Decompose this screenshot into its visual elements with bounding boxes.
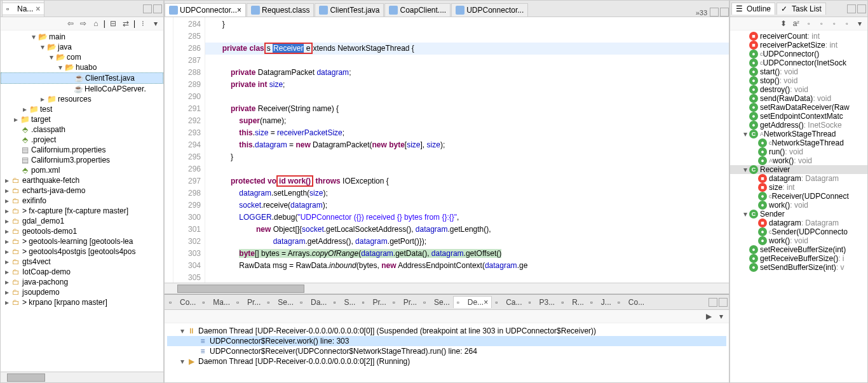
bottom-tab-10[interactable]: ▫Ca... (492, 297, 525, 308)
hide-local-icon[interactable]: ◦ (842, 18, 852, 29)
editor-tab[interactable]: CoapClient.... (384, 3, 451, 17)
outline-item[interactable]: ●setSendBufferSize(int) : v (730, 263, 867, 272)
tree-item[interactable]: ☕HelloCoAPServer. (1, 84, 163, 94)
outline-item[interactable]: ■receiverCount : int (730, 32, 867, 41)
bottom-tab-11[interactable]: ▫P3... (525, 297, 558, 308)
tree-item[interactable]: ▸🗀> geotools-learning [geotools-lea (1, 236, 163, 246)
outline-item[interactable]: ●run() : void (730, 147, 867, 156)
outline-menu-icon[interactable]: ▾ (855, 18, 865, 29)
tree-item[interactable]: ☕ClientTest.java (1, 72, 163, 84)
bottom-tab-8[interactable]: ▫Se... (420, 297, 453, 308)
tree-item[interactable]: ▸🗀echarts-java-demo (1, 185, 163, 196)
tab-overflow[interactable]: »33 (693, 9, 710, 17)
bottom-tab-4[interactable]: ▫Da... (297, 297, 330, 308)
outline-item[interactable]: ●work() : void (730, 236, 867, 245)
outline-item[interactable]: ●cUDPConnector() (730, 50, 867, 58)
outline-item[interactable]: ▾CReceiver (730, 165, 867, 174)
tree-item[interactable]: ▸🗀exifinfo (1, 196, 163, 206)
outline-item[interactable]: ●stop() : void (730, 76, 867, 85)
outline-item[interactable]: ▾CANetworkStageThread (730, 130, 867, 138)
bottom-minmax[interactable] (709, 298, 728, 307)
bottom-tab-6[interactable]: ▫Pr... (358, 297, 389, 308)
az-icon[interactable]: aᶻ (791, 18, 801, 29)
tree-item[interactable]: ▾📂com (1, 52, 163, 62)
editor-tab[interactable]: ClientTest.java (315, 3, 384, 17)
tree-item[interactable]: ▸📁resources (1, 94, 163, 104)
back-icon[interactable]: ⇦ (65, 18, 76, 29)
bottom-tab-5[interactable]: ▫S... (330, 297, 358, 308)
outline-item[interactable]: ■size : int (730, 183, 867, 192)
outline-item[interactable]: ●send(RawData) : void (730, 94, 867, 103)
link-icon[interactable]: ⇄ (121, 18, 131, 29)
bottom-tab-1[interactable]: ▫Ma... (199, 297, 233, 308)
tree-item[interactable]: ▸🗀> geotools4postgis [geotools4pos (1, 246, 163, 257)
debug-row[interactable]: ▾⏸Daemon Thread [UDP-Receiver-0.0.0.0/0.… (167, 326, 726, 336)
outline-item[interactable]: ■datagram : Datagram (730, 218, 867, 227)
debug-menu-icon[interactable]: ▾ (716, 311, 726, 321)
outline-item[interactable]: ●cUDPConnector(InetSock (730, 58, 867, 67)
left-hscroll[interactable] (1, 372, 163, 382)
outline-item[interactable]: ●setReceiveBufferSize(int) (730, 245, 867, 254)
editor-tab[interactable]: Request.class (247, 3, 314, 17)
hide-nonpub-icon[interactable]: ◦ (829, 18, 839, 29)
tree-item[interactable]: ▸🗀jsoupdemo (1, 287, 163, 297)
line-gutter[interactable]: 2842852862872882892902912922932942952962… (173, 17, 205, 283)
menu-icon[interactable]: ▾ (151, 18, 161, 29)
tree-item[interactable]: ▸🗀gdal_demo1 (1, 216, 163, 226)
tree-item[interactable]: ▸📁test (1, 104, 163, 114)
tree-item[interactable]: ▸🗀IotCoap-demo (1, 267, 163, 277)
tree-item[interactable]: ▸🗀> fx-capture [fx-capture master] (1, 206, 163, 216)
tree-item[interactable]: ▸🗀> krpano [krpano master] (1, 297, 163, 307)
bottom-tab-2[interactable]: ▫Pr... (233, 297, 264, 308)
bottom-tab-3[interactable]: ▫Se... (264, 297, 297, 308)
project-explorer-tree[interactable]: ▾📂main▾📂java▾📂com▾📂huabo ☕ClientTest.jav… (1, 30, 163, 372)
debug-resume-icon[interactable]: ▶ (703, 311, 714, 321)
bottom-tab-12[interactable]: ▫R... (558, 297, 587, 308)
right-minmax[interactable] (847, 4, 866, 13)
tree-item[interactable]: ▾📂java (1, 42, 163, 52)
tree-item[interactable]: ▸🗀gts4vect (1, 257, 163, 267)
outline-item[interactable]: ●getAddress() : InetSocke (730, 121, 867, 130)
tree-item[interactable]: ▤Californium3.properties (1, 155, 163, 165)
left-tab-1[interactable]: ▫Na...× (2, 3, 44, 15)
outline-item[interactable]: ●destroy() : void (730, 85, 867, 94)
bottom-tab-13[interactable]: ▫J... (587, 297, 614, 308)
outline-item[interactable]: ●cReceiver(UDPConnect (730, 192, 867, 201)
outline-item[interactable]: ●work() : void (730, 201, 867, 210)
hide-fields-icon[interactable]: ◦ (804, 18, 814, 29)
editor-hscroll[interactable] (165, 283, 729, 293)
tree-item[interactable]: ▸🗀earthquake-fetch (1, 175, 163, 185)
bottom-tab-14[interactable]: ▫Co... (614, 297, 648, 308)
left-minmax[interactable] (143, 4, 162, 13)
outline-item[interactable]: ●Awork() : void (730, 156, 867, 165)
outline-item[interactable]: ■datagram : Datagram (730, 174, 867, 183)
tree-item[interactable]: ▾📂huabo (1, 62, 163, 72)
debug-view[interactable]: ▾⏸Daemon Thread [UDP-Receiver-0.0.0.0/0.… (165, 323, 729, 382)
filter-icon[interactable]: ⁝ (138, 18, 148, 29)
fwd-icon[interactable]: ⇨ (78, 18, 88, 29)
tab-tasklist[interactable]: ✓Task List (776, 3, 826, 15)
debug-row[interactable]: ≡UDPConnector$Receiver(UDPConnector$Netw… (167, 346, 726, 356)
tree-item[interactable]: ▸🗀java-pachong (1, 277, 163, 287)
editor-minmax[interactable] (710, 8, 729, 17)
bottom-tab-0[interactable]: ▫Co... (166, 297, 199, 308)
editor-tab[interactable]: UDPConnector...× (165, 3, 246, 17)
tree-item[interactable]: ⬘.project (1, 135, 163, 145)
outline-tree[interactable]: ■receiverCount : int ■receiverPacketSize… (730, 30, 867, 382)
debug-row[interactable]: ▾▶Daemon Thread [UDP-Receiver-0.0.0.0/0.… (167, 356, 726, 366)
tree-item[interactable]: ▸🗀geotools-demo1 (1, 226, 163, 236)
home-icon[interactable]: ⌂ (91, 18, 101, 29)
bottom-tab-9[interactable]: ▫De...× (453, 296, 492, 308)
tree-item[interactable]: ▾📂main (1, 32, 163, 42)
outline-item[interactable]: ●cSender(UDPConnecto (730, 227, 867, 236)
outline-item[interactable]: ■receiverPacketSize : int (730, 41, 867, 50)
sort-icon[interactable]: ⬍ (778, 18, 789, 29)
bottom-tab-7[interactable]: ▫Pr... (390, 297, 420, 308)
tree-item[interactable]: ▤Californium.properties (1, 145, 163, 155)
outline-item[interactable]: ▾CSender (730, 210, 867, 218)
outline-item[interactable]: ●start() : void (730, 67, 867, 76)
tree-item[interactable]: ▸📁target (1, 114, 163, 124)
outline-item[interactable]: ●cNetworkStageThread (730, 138, 867, 147)
tab-outline[interactable]: ☰Outline (731, 3, 775, 15)
editor-tab[interactable]: UDPConnector... (451, 3, 528, 17)
